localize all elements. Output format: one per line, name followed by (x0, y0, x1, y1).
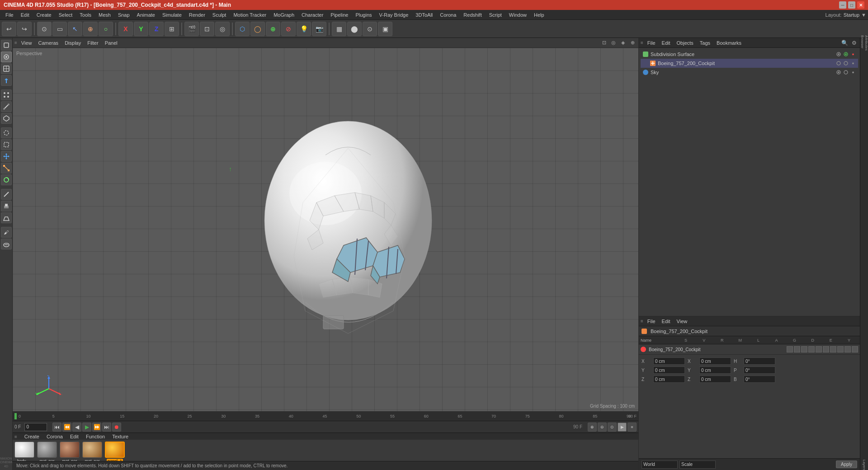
all-axis-button[interactable]: ⊞ (165, 22, 179, 36)
am-menu-view[interactable]: View (675, 318, 690, 324)
menu-corona[interactable]: Corona (436, 11, 460, 19)
bevel-button[interactable] (1, 212, 12, 223)
om-menu-bookmarks[interactable]: Bookmarks (714, 40, 744, 46)
live-selection-button[interactable]: ⊙ (37, 22, 52, 36)
am-field-z[interactable] (653, 376, 685, 383)
menu-mograph[interactable]: MoGraph (270, 11, 298, 19)
material-item-4[interactable]: panel_1 (105, 442, 125, 463)
object-mode-button[interactable] (1, 52, 12, 62)
keyframe-del-button[interactable]: ⊖ (598, 423, 607, 432)
menu-script[interactable]: Script (486, 11, 505, 19)
material-item-3[interactable]: mat_par (82, 442, 102, 463)
am-toggle-y[interactable] (852, 346, 858, 352)
edge-mode-button[interactable] (1, 101, 12, 112)
menu-select[interactable]: Select (55, 11, 76, 19)
y-axis-button[interactable]: Y (134, 22, 148, 36)
menu-vray[interactable]: V-Ray Bridge (376, 11, 412, 19)
step-back-button[interactable]: ⏪ (62, 423, 71, 432)
am-world-field[interactable] (642, 461, 678, 469)
menu-animate[interactable]: Animate (133, 11, 159, 19)
mat-menu-edit[interactable]: Edit (68, 433, 80, 440)
om-visibility-editor-icon[interactable] (835, 51, 842, 57)
timeline-ruler[interactable]: 051015202530354045505560657075808590 90 … (13, 411, 638, 421)
om-item-boeing[interactable]: Boeing_757_200_Cockpit ● (641, 59, 858, 68)
am-menu-edit[interactable]: Edit (660, 318, 673, 324)
foreground-button[interactable]: ▣ (378, 22, 392, 36)
am-field-x[interactable] (653, 357, 685, 365)
frame-input[interactable] (24, 423, 47, 431)
polygon-mode-button[interactable] (1, 113, 12, 124)
render-active-button[interactable]: ◎ (215, 22, 230, 36)
sculpt-button[interactable] (1, 239, 12, 249)
am-toggle-m[interactable] (808, 346, 815, 352)
play-button[interactable]: ▶ (82, 423, 91, 432)
om-sky-vis-render[interactable] (843, 69, 849, 75)
am-field-h[interactable] (744, 357, 775, 365)
om-settings-icon[interactable]: ⚙ (850, 39, 858, 47)
menu-sculpt[interactable]: Sculpt (209, 11, 230, 19)
menu-edit[interactable]: Edit (17, 11, 33, 19)
menu-redshift[interactable]: Redshift (460, 11, 485, 19)
om-boeing-lock[interactable]: ● (850, 60, 856, 66)
material-item-0[interactable]: body_... (14, 442, 34, 463)
knife-tool-button[interactable] (1, 189, 12, 200)
am-field-p[interactable] (744, 367, 775, 374)
om-menu-objects[interactable]: Objects (675, 40, 696, 46)
am-field-z2[interactable] (699, 376, 731, 383)
go-end-button[interactable]: ⏭ (102, 423, 111, 432)
mat-menu-texture[interactable]: Texture (110, 433, 130, 440)
keyframe-info-button[interactable]: ⊙ (608, 423, 617, 432)
rotate-button[interactable]: ○ (99, 22, 113, 36)
extrude-button[interactable] (1, 201, 12, 212)
nurbs-button[interactable]: ⊕ (266, 22, 280, 36)
step-forward-button[interactable]: ⏩ (92, 423, 101, 432)
menu-help[interactable]: Help (530, 11, 548, 19)
om-sky-lock[interactable]: ● (850, 69, 856, 75)
am-toggle-s[interactable] (787, 346, 793, 352)
vp-icon-3[interactable]: ◈ (619, 39, 627, 47)
render-button[interactable]: 🎬 (184, 22, 199, 36)
menu-3dtoall[interactable]: 3DToAll (412, 11, 436, 19)
menu-motion-tracker[interactable]: Motion Tracker (230, 11, 270, 19)
om-menu-file[interactable]: File (645, 40, 658, 46)
am-toggle-a[interactable] (823, 346, 829, 352)
polygon-object-button[interactable]: ⬡ (235, 22, 250, 36)
am-toggle-d[interactable] (837, 346, 844, 352)
texture-mode-button[interactable] (1, 63, 12, 74)
move-button[interactable]: ↖ (68, 22, 82, 36)
camera-button[interactable]: 📷 (312, 22, 326, 36)
move-tool-button[interactable] (1, 151, 12, 162)
mat-menu-function[interactable]: Function (84, 433, 107, 440)
menu-mesh[interactable]: Mesh (95, 11, 114, 19)
om-lock-icon[interactable]: ● (850, 51, 856, 57)
select-live-button[interactable] (1, 127, 12, 138)
vp-icon-1[interactable]: ⊡ (600, 39, 608, 47)
model-mode-button[interactable] (1, 40, 12, 51)
mat-menu-corona[interactable]: Corona (45, 433, 65, 440)
mat-menu-create[interactable]: Create (23, 433, 41, 440)
go-start-button[interactable]: ⏮ (52, 423, 61, 432)
maximize-button[interactable]: □ (848, 1, 855, 9)
om-boeing-vis-render[interactable] (843, 60, 849, 66)
am-field-b[interactable] (744, 376, 775, 383)
om-menu-edit[interactable]: Edit (660, 40, 673, 46)
environment-button[interactable]: ⊙ (363, 22, 377, 36)
om-item-sky[interactable]: Sky ● (641, 68, 858, 77)
menu-snap[interactable]: Snap (114, 11, 133, 19)
rectangle-selection-button[interactable]: ▭ (52, 22, 67, 36)
am-toggle-e[interactable] (844, 346, 851, 352)
keyframe-play-button[interactable]: ▶ (618, 423, 627, 432)
timeline-settings-button[interactable]: ≡ (627, 423, 637, 432)
point-mode-button[interactable] (1, 89, 12, 100)
close-button[interactable]: ✕ (857, 1, 864, 9)
far-right-btn-2[interactable]: Layers (861, 462, 868, 468)
record-button[interactable]: ⏺ (112, 423, 121, 432)
am-apply-button[interactable]: Apply (836, 461, 857, 468)
light-button[interactable]: 💡 (297, 22, 311, 36)
deformer-button[interactable]: ⊘ (281, 22, 296, 36)
am-toggle-r[interactable] (801, 346, 807, 352)
menu-simulate[interactable]: Simulate (159, 11, 185, 19)
am-menu-file[interactable]: File (645, 318, 658, 324)
om-sky-vis-editor[interactable] (835, 69, 842, 75)
am-toggle-v[interactable] (794, 346, 800, 352)
